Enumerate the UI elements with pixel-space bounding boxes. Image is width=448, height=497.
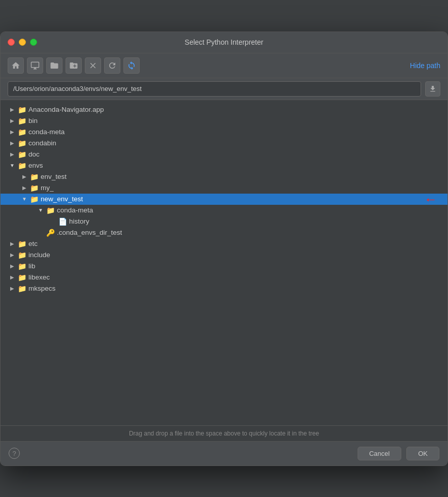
monitor-button[interactable] [27,57,43,74]
expander-icon: ▶ [9,263,16,270]
tree-item-lib[interactable]: ▶ 📁 lib [1,261,447,272]
folder-icon: 📁 [18,139,26,147]
main-window: Select Python Interpreter [0,32,448,466]
expander-icon: ▼ [21,196,28,203]
file-tree: ▶ 📁 Anaconda-Navigator.app ▶ 📁 bin ▶ 📁 c… [1,100,447,425]
item-label: conda-meta [57,206,93,214]
path-input[interactable] [8,81,421,97]
refresh-button[interactable] [104,57,120,74]
path-download-button[interactable] [425,81,440,97]
item-label: condabin [28,139,56,147]
tree-item-etc[interactable]: ▶ 📁 etc [1,238,447,250]
tree-item-include[interactable]: ▶ 📁 include [1,250,447,261]
item-label: lib [28,262,36,270]
folder-icon: 📁 [18,262,26,270]
folder-icon: 📁 [30,195,39,203]
expander-icon: ▶ [9,151,16,158]
tree-item-bin[interactable]: ▶ 📁 bin [1,115,447,127]
expander-icon: ▶ [9,285,16,292]
tree-item-history[interactable]: ▶ 📄 history [1,216,447,227]
help-button[interactable]: ? [9,448,20,459]
file-icon: 🔑 [46,229,55,237]
tree-item-envs[interactable]: ▼ 📁 envs [1,160,447,171]
traffic-lights [8,39,37,46]
tree-item-doc[interactable]: ▶ 📁 doc [1,149,447,160]
expander-icon: ▶ [9,240,16,247]
ok-button[interactable]: OK [406,447,439,460]
folder-icon: 📁 [18,128,26,136]
bottom-bar: ? Cancel OK [1,441,447,465]
folder-icon: 📁 [18,285,26,293]
folder-icon: 📁 [18,273,26,282]
close-traffic-light[interactable] [8,39,15,46]
expander-icon: ▶ [9,117,16,125]
item-label: mkspecs [28,285,55,292]
delete-button[interactable] [85,57,101,74]
item-label: .conda_envs_dir_test [57,229,122,236]
hide-path-button[interactable]: Hide path [410,61,440,70]
minimize-traffic-light[interactable] [19,39,26,46]
expander-icon: ▶ [9,106,16,113]
tree-item-condabin[interactable]: ▶ 📁 condabin [1,138,447,149]
folder-icon: 📁 [18,251,26,259]
tree-item-my-env[interactable]: ▶ 📁 my_ 我 这个虚拟环境文件夹里咋没东西啊?? [1,182,447,194]
folder-button[interactable] [46,57,62,74]
expander-icon: ▶ [21,184,28,192]
cancel-button[interactable]: Cancel [358,447,401,460]
item-label: history [69,218,89,225]
file-icon: 📄 [58,218,67,226]
item-label: doc [28,150,40,158]
item-label: Anaconda-Navigator.app [28,106,104,113]
expander-icon: ▶ [9,274,16,281]
expander-icon: ▶ [21,173,28,180]
window-title: Select Python Interpreter [185,38,264,46]
item-label: env_test [41,173,67,180]
item-label: libexec [28,273,50,281]
folder-icon: 📁 [18,150,26,159]
folder-add-button[interactable] [66,57,82,74]
item-label: bin [28,117,38,125]
folder-icon: 📁 [18,240,26,248]
tree-item-conda-meta[interactable]: ▶ 📁 conda-meta [1,127,447,138]
home-button[interactable] [8,57,24,74]
path-bar [1,78,447,100]
tree-item-conda-meta-nested[interactable]: ▼ 📁 conda-meta [1,205,447,216]
bottom-buttons: Cancel OK [358,447,439,460]
tree-item-mkspecs[interactable]: ▶ 📁 mkspecs [1,283,447,294]
drag-hint: Drag and drop a file into the space abov… [1,425,447,441]
folder-icon: 📁 [30,184,39,192]
maximize-traffic-light[interactable] [30,39,37,46]
item-label: my_ [41,184,54,192]
tree-item-conda-envs-dir-test[interactable]: ▶ 🔑 .conda_envs_dir_test [1,227,447,238]
sync-button[interactable] [123,57,140,74]
tree-item-libexec[interactable]: ▶ 📁 libexec [1,272,447,283]
expander-icon: ▶ [9,140,16,147]
folder-icon: 📁 [18,162,26,170]
titlebar: Select Python Interpreter [1,32,447,53]
tree-item-anaconda-navigator[interactable]: ▶ 📁 Anaconda-Navigator.app [1,104,447,115]
arrow-icon: ← [424,191,437,207]
folder-icon: 📁 [30,173,39,181]
expander-icon: ▼ [37,207,44,214]
item-label: include [28,251,50,259]
item-label: etc [28,240,38,247]
expander-icon: ▶ [9,252,16,259]
folder-icon: 📁 [18,117,26,125]
tree-item-env-test[interactable]: ▶ 📁 env_test [1,171,447,182]
toolbar: Hide path [1,53,447,78]
tree-item-new-env-test[interactable]: ▼ 📁 new_env_test ← [1,194,447,205]
item-label: conda-meta [28,128,65,136]
item-label: envs [28,162,43,169]
folder-icon: 📁 [18,106,26,114]
expander-icon: ▼ [9,162,16,169]
item-label: new_env_test [41,195,83,203]
folder-icon: 📁 [46,206,55,214]
toolbar-buttons [8,57,410,74]
expander-icon: ▶ [9,129,16,136]
